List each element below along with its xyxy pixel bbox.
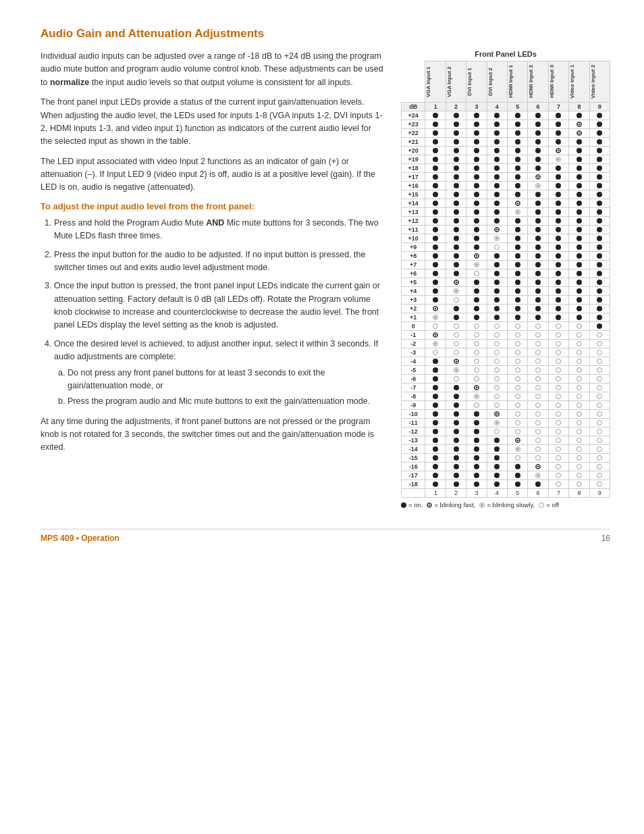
led-cell: [446, 366, 466, 375]
led-cell: [425, 480, 446, 489]
db-value: +4: [402, 287, 425, 296]
led-cell: [508, 173, 528, 182]
led-cell: [589, 357, 610, 366]
led-cell: [446, 261, 466, 269]
led-cell: [466, 366, 487, 375]
led-cell: [548, 182, 568, 190]
led-cell: [487, 401, 507, 410]
led-cell: [528, 348, 548, 357]
led-cell: [425, 401, 446, 410]
led-cell: [466, 147, 487, 155]
led-cell: [589, 217, 610, 226]
led-cell: [589, 454, 610, 463]
led-cell: [569, 384, 589, 392]
led-cell: [528, 208, 548, 217]
led-cell: [528, 480, 548, 489]
table-row: -14: [402, 445, 610, 454]
table-row: -15: [402, 454, 610, 463]
led-cell: [425, 436, 446, 445]
table-row: +8: [402, 252, 610, 261]
led-cell: [487, 348, 507, 357]
db-value: +11: [402, 226, 425, 234]
led-cell: [425, 164, 446, 173]
led-cell: [569, 348, 589, 357]
led-cell: [569, 296, 589, 305]
step-1: Press and hold the Program Audio Mute AN…: [54, 217, 385, 243]
led-cell: [548, 463, 568, 471]
led-cell: [446, 138, 466, 147]
led-cell: [446, 454, 466, 463]
led-cell: [569, 164, 589, 173]
col-header-4: DVI Input 2: [487, 61, 507, 103]
led-cell: [466, 384, 487, 392]
num-6: 6: [528, 103, 548, 111]
led-cell: [446, 243, 466, 252]
num-7: 7: [548, 103, 568, 111]
led-cell: [589, 129, 610, 138]
led-cell: [508, 129, 528, 138]
db-label: dB: [402, 103, 425, 111]
led-cell: [487, 480, 507, 489]
led-cell: [528, 287, 548, 296]
db-header-spacer: [402, 61, 425, 103]
led-cell: [425, 252, 446, 261]
db-value: +19: [402, 155, 425, 164]
led-cell: [466, 243, 487, 252]
led-cell: [528, 384, 548, 392]
table-row: -10: [402, 410, 610, 419]
footer-1: 1: [425, 489, 446, 498]
led-cell: [589, 164, 610, 173]
subheading: To adjust the input audio level from the…: [41, 201, 385, 211]
led-cell: [508, 226, 528, 234]
led-cell: [569, 340, 589, 348]
led-cell: [508, 313, 528, 322]
led-cell: [508, 331, 528, 340]
led-cell: [425, 375, 446, 384]
paragraph-end: At any time during the adjustments, if f…: [41, 415, 385, 454]
led-cell: [446, 287, 466, 296]
step-4: Once the desired level is achieved, to a…: [54, 338, 385, 409]
col-header-8: Video Input 1: [569, 61, 589, 103]
led-cell: [508, 269, 528, 278]
led-cell: [508, 278, 528, 287]
led-tbody: +24+23+22+21+20+19+18+17+16+15+14+13+12+…: [402, 111, 610, 489]
db-value: +10: [402, 234, 425, 243]
footer-4: 4: [487, 489, 507, 498]
led-cell: [487, 199, 507, 208]
led-cell: [508, 401, 528, 410]
led-cell: [548, 129, 568, 138]
led-cell: [466, 436, 487, 445]
led-cell: [528, 392, 548, 401]
led-cell: [589, 410, 610, 419]
table-row: +4: [402, 287, 610, 296]
legend-row: = on, = blinking fast, = blinking slowly…: [401, 501, 610, 509]
db-value: -17: [402, 471, 425, 480]
led-cell: [508, 155, 528, 164]
db-value: -2: [402, 340, 425, 348]
led-cell: [446, 313, 466, 322]
led-cell: [508, 147, 528, 155]
num-5: 5: [508, 103, 528, 111]
table-row: -5: [402, 366, 610, 375]
led-cell: [446, 436, 466, 445]
table-row: -7: [402, 384, 610, 392]
led-cell: [508, 454, 528, 463]
led-cell: [589, 138, 610, 147]
db-value: -10: [402, 410, 425, 419]
table-row: -4: [402, 357, 610, 366]
led-cell: [446, 252, 466, 261]
led-cell: [548, 480, 568, 489]
led-cell: [466, 471, 487, 480]
footer-right: 16: [601, 533, 610, 543]
led-cell: [548, 278, 568, 287]
led-cell: [425, 261, 446, 269]
num-1: 1: [425, 103, 446, 111]
led-cell: [508, 243, 528, 252]
db-value: +18: [402, 164, 425, 173]
db-value: +22: [402, 129, 425, 138]
led-cell: [425, 269, 446, 278]
led-cell: [589, 322, 610, 331]
led-cell: [548, 217, 568, 226]
led-cell: [589, 182, 610, 190]
page: Audio Gain and Attenuation Adjustments I…: [0, 0, 644, 570]
